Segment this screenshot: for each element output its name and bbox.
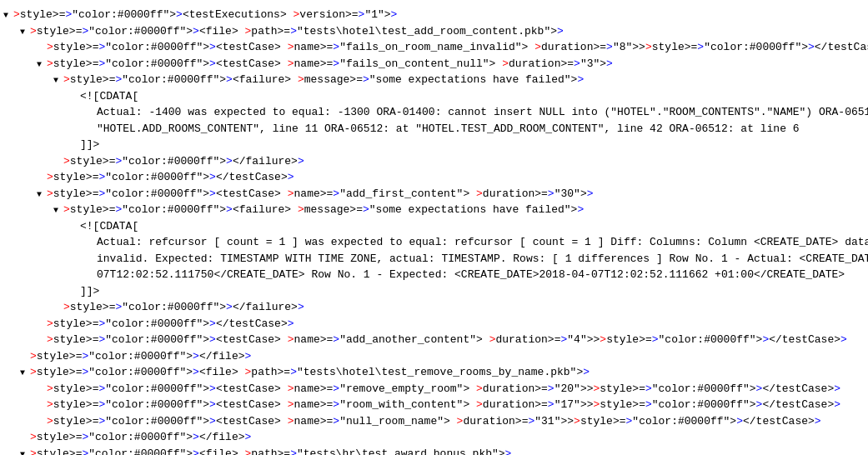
xml-line: ]]>: [3, 283, 865, 300]
xml-line-text: >style>=>"color:#0000ff">></failure>>: [63, 301, 304, 313]
xml-line: Actual: -1400 was expected to equal: -13…: [3, 104, 865, 121]
xml-line: >style>=>"color:#0000ff">><file> >path>=…: [3, 23, 865, 40]
xml-line: >style>=>"color:#0000ff">><testCase> >na…: [3, 39, 865, 56]
xml-line: <![CDATA[: [3, 88, 865, 105]
xml-line: >style>=>"color:#0000ff">><testCase> >na…: [3, 186, 865, 202]
xml-line: >style>=>"color:#0000ff">><testExecution…: [3, 7, 865, 23]
xml-line-text: Actual: -1400 was expected to equal: -13…: [97, 106, 868, 118]
xml-line: >style>=>"color:#0000ff">><testCase> >na…: [3, 332, 865, 348]
xml-line-text: >style>=>"color:#0000ff">><failure> >mes…: [63, 73, 584, 86]
xml-line-text: Actual: refcursor [ count = 1 ] was expe…: [97, 236, 868, 248]
xml-line: <![CDATA[: [3, 218, 865, 235]
xml-line: "HOTEL.ADD_ROOMS_CONTENT", line 11 ORA-0…: [3, 121, 865, 138]
xml-line-text: >style>=>"color:#0000ff">><testCase> >na…: [47, 188, 594, 200]
xml-line-text: >style>=>"color:#0000ff">><testExecution…: [13, 8, 397, 21]
xml-line-text: >style>=>"color:#0000ff">></file>>: [30, 350, 251, 362]
xml-line: >style>=>"color:#0000ff">></failure>>: [3, 299, 865, 316]
collapse-arrow-icon[interactable]: [3, 9, 13, 22]
xml-line: 07T12:02:52.111750</CREATE_DATE> Row No.…: [3, 267, 865, 283]
xml-line-text: >style>=>"color:#0000ff">><failure> >mes…: [63, 203, 584, 216]
xml-line-text: ]]>: [80, 285, 99, 298]
xml-line: Actual: refcursor [ count = 1 ] was expe…: [3, 234, 865, 251]
xml-line-text: >style>=>"color:#0000ff">><testCase> >na…: [47, 415, 821, 428]
xml-line-text: >style>=>"color:#0000ff">></file>>: [30, 431, 251, 443]
xml-line-text: >style>=>"color:#0000ff">><testCase> >na…: [47, 382, 840, 395]
collapse-arrow-icon[interactable]: [37, 188, 47, 201]
xml-line-text: >style>=>"color:#0000ff">><file> >path>=…: [30, 448, 511, 456]
xml-line-text: >style>=>"color:#0000ff">></failure>>: [63, 155, 304, 168]
xml-line: >style>=>"color:#0000ff">><testCase> >na…: [3, 56, 865, 72]
xml-line: >style>=>"color:#0000ff">></testCase>>: [3, 169, 865, 186]
xml-line: >style>=>"color:#0000ff">><file> >path>=…: [3, 446, 865, 456]
xml-line-text: >style>=>"color:#0000ff">><testCase> >na…: [47, 58, 613, 70]
collapse-arrow-icon[interactable]: [53, 204, 63, 217]
xml-line: >style>=>"color:#0000ff">><testCase> >na…: [3, 397, 865, 413]
xml-line-text: <![CDATA[: [80, 220, 138, 232]
xml-line: >style>=>"color:#0000ff">><testCase> >na…: [3, 413, 865, 430]
xml-line-text: <![CDATA[: [80, 90, 138, 102]
xml-line-text: ]]>: [80, 138, 99, 151]
xml-line-text: "HOTEL.ADD_ROOMS_CONTENT", line 11 ORA-0…: [97, 122, 800, 135]
collapse-arrow-icon[interactable]: [37, 58, 47, 71]
xml-line-text: >style>=>"color:#0000ff">><file> >path>=…: [30, 366, 590, 378]
xml-line: invalid. Expected: TIMESTAMP WITH TIME Z…: [3, 251, 865, 268]
xml-line: >style>=>"color:#0000ff">></testCase>>: [3, 316, 865, 332]
xml-line-text: >style>=>"color:#0000ff">><testCase> >na…: [47, 398, 840, 411]
xml-line-text: >style>=>"color:#0000ff">></testCase>>: [47, 171, 294, 183]
xml-line-text: >style>=>"color:#0000ff">></testCase>>: [47, 318, 294, 330]
xml-line: >style>=>"color:#0000ff">><testCase> >na…: [3, 381, 865, 398]
xml-line: >style>=>"color:#0000ff">></file>>: [3, 429, 865, 446]
xml-line: ]]>: [3, 137, 865, 153]
collapse-arrow-icon[interactable]: [53, 74, 63, 87]
collapse-arrow-icon[interactable]: [20, 448, 30, 456]
collapse-arrow-icon[interactable]: [20, 367, 30, 379]
xml-line-text: >style>=>"color:#0000ff">><file> >path>=…: [30, 25, 564, 38]
xml-line-text: invalid. Expected: TIMESTAMP WITH TIME Z…: [97, 252, 868, 265]
collapse-arrow-icon[interactable]: [20, 26, 30, 38]
xml-line: >style>=>"color:#0000ff">></file>>: [3, 348, 865, 365]
xml-viewer: >style>=>"color:#0000ff">><testExecution…: [3, 7, 865, 455]
xml-line-text: >style>=>"color:#0000ff">><testCase> >na…: [47, 41, 868, 53]
xml-line: >style>=>"color:#0000ff">><failure> >mes…: [3, 72, 865, 88]
xml-line-text: 07T12:02:52.111750</CREATE_DATE> Row No.…: [97, 268, 845, 281]
xml-line: >style>=>"color:#0000ff">><file> >path>=…: [3, 364, 865, 381]
xml-line: >style>=>"color:#0000ff">><failure> >mes…: [3, 202, 865, 218]
xml-line-text: >style>=>"color:#0000ff">><testCase> >na…: [47, 333, 847, 346]
xml-line: >style>=>"color:#0000ff">></failure>>: [3, 153, 865, 170]
